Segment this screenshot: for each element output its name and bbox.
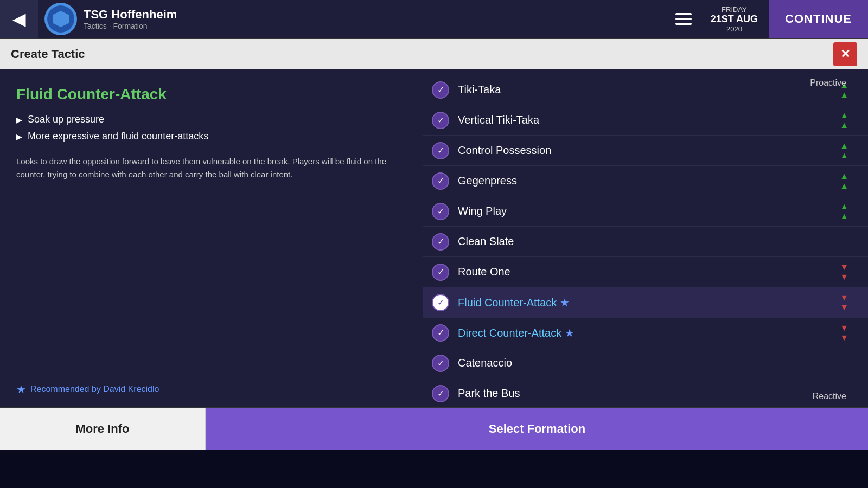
check-mark-icon: ✓: [437, 328, 444, 338]
date-main: 21ST AUG: [711, 14, 758, 25]
arrow-up-icon: ▲▲: [840, 142, 848, 160]
tactic-item-fluid-counter-attack[interactable]: ✓Fluid Counter-Attack★▼▼: [423, 287, 868, 318]
tactic-label-direct-counter-attack: Direct Counter-Attack★: [458, 326, 831, 339]
top-bar: ◀ TSG Hoffenheim Tactics · Formation FRI…: [0, 0, 868, 39]
tactic-label-route-one: Route One: [458, 266, 831, 278]
tactic-item-tiki-taka[interactable]: ✓Tiki-Taka▲▲: [423, 75, 868, 105]
tactic-bullets: ▶ Soak up pressure ▶ More expressive and…: [16, 114, 406, 142]
tactic-check-catenaccio: ✓: [432, 355, 449, 372]
check-mark-icon: ✓: [437, 85, 444, 95]
date-day: FRIDAY: [711, 5, 758, 14]
continue-button[interactable]: CONTINUE: [769, 0, 868, 38]
tactic-check-gegenpress: ✓: [432, 172, 449, 190]
tactic-label-tiki-taka: Tiki-Taka: [458, 84, 831, 96]
bottom-row: More Info Select Formation: [0, 407, 868, 450]
tactic-check-fluid-counter-attack: ✓: [432, 294, 449, 311]
tactic-check-control-possession: ✓: [432, 142, 449, 159]
club-name: TSG Hoffenheim: [84, 8, 667, 22]
modal-container: Create Tactic ✕ Fluid Counter-Attack ▶ S…: [0, 39, 868, 488]
reactive-label: Reactive: [813, 391, 846, 401]
tactic-check-route-one: ✓: [432, 264, 449, 281]
left-panel: Fluid Counter-Attack ▶ Soak up pressure …: [0, 69, 423, 407]
modal-body: Fluid Counter-Attack ▶ Soak up pressure …: [0, 69, 868, 407]
back-button[interactable]: ◀: [0, 0, 38, 38]
hamburger-icon: [675, 13, 692, 25]
arrow-up-icon: ▲▲: [840, 172, 848, 190]
right-panel: Proactive ✓Tiki-Taka▲▲✓Vertical Tiki-Tak…: [423, 69, 868, 407]
date-year: 2020: [711, 25, 758, 33]
tactic-item-gegenpress[interactable]: ✓Gegenpress▲▲: [423, 166, 868, 196]
tactic-description: Looks to draw the opposition forward to …: [16, 155, 406, 181]
tactic-label-clean-slate: Clean Slate: [458, 235, 859, 248]
tactic-check-clean-slate: ✓: [432, 233, 449, 251]
tactic-label-fluid-counter-attack: Fluid Counter-Attack★: [458, 296, 831, 309]
check-mark-icon: ✓: [437, 297, 444, 307]
tactic-star-icon: ★: [560, 297, 570, 309]
more-info-button[interactable]: More Info: [0, 408, 206, 450]
club-name-area: TSG Hoffenheim Tactics · Formation: [84, 8, 667, 30]
check-mark-icon: ✓: [437, 115, 444, 125]
bullet-text-1: Soak up pressure: [28, 114, 104, 125]
star-icon: ★: [16, 383, 26, 396]
check-mark-icon: ✓: [437, 267, 444, 277]
check-mark-icon: ✓: [437, 388, 444, 399]
proactive-label: Proactive: [810, 78, 846, 88]
check-mark-icon: ✓: [437, 358, 444, 368]
tactic-check-vertical-tiki-taka: ✓: [432, 112, 449, 129]
bullet-arrow-icon-2: ▶: [16, 132, 22, 141]
arrow-up-icon: ▲▲: [840, 202, 848, 221]
club-logo: [44, 3, 77, 35]
tactic-item-route-one[interactable]: ✓Route One▼▼: [423, 257, 868, 287]
tactic-list: ✓Tiki-Taka▲▲✓Vertical Tiki-Taka▲▲✓Contro…: [423, 69, 868, 407]
tactic-item-wing-play[interactable]: ✓Wing Play▲▲: [423, 196, 868, 227]
club-subtitle: Tactics · Formation: [84, 22, 667, 30]
tactic-check-park-the-bus: ✓: [432, 385, 449, 402]
arrow-down-icon: ▼▼: [840, 324, 848, 342]
modal-title: Create Tactic: [11, 47, 85, 61]
bullet-item-2: ▶ More expressive and fluid counter-atta…: [16, 131, 406, 142]
bullet-item-1: ▶ Soak up pressure: [16, 114, 406, 125]
tactic-item-vertical-tiki-taka[interactable]: ✓Vertical Tiki-Taka▲▲: [423, 105, 868, 136]
tactic-item-control-possession[interactable]: ✓Control Possession▲▲: [423, 136, 868, 166]
tactic-star-icon: ★: [565, 327, 575, 339]
select-formation-button[interactable]: Select Formation: [206, 408, 868, 450]
tactic-check-tiki-taka: ✓: [432, 81, 449, 99]
arrow-up-icon: ▲▲: [840, 111, 848, 130]
arrow-down-icon: ▼▼: [840, 293, 848, 312]
tactic-item-catenaccio[interactable]: ✓Catenaccio: [423, 348, 868, 378]
tactic-item-direct-counter-attack[interactable]: ✓Direct Counter-Attack★▼▼: [423, 318, 868, 348]
bullet-arrow-icon-1: ▶: [16, 115, 22, 124]
menu-icon-button[interactable]: [667, 3, 700, 35]
check-mark-icon: ✓: [437, 236, 444, 247]
check-mark-icon: ✓: [437, 176, 444, 186]
tactic-label-wing-play: Wing Play: [458, 205, 831, 217]
check-mark-icon: ✓: [437, 206, 444, 216]
arrow-down-icon: ▼▼: [840, 263, 848, 281]
tactic-label-control-possession: Control Possession: [458, 144, 831, 157]
tactic-check-direct-counter-attack: ✓: [432, 324, 449, 342]
recommended-label: ★ Recommended by David Krecidlo: [16, 383, 159, 396]
selected-tactic-name: Fluid Counter-Attack: [16, 86, 406, 103]
bullet-text-2: More expressive and fluid counter-attack…: [28, 131, 208, 142]
tactic-label-catenaccio: Catenaccio: [458, 357, 859, 369]
tactic-label-vertical-tiki-taka: Vertical Tiki-Taka: [458, 114, 831, 126]
tactic-label-gegenpress: Gegenpress: [458, 175, 831, 187]
check-mark-icon: ✓: [437, 145, 444, 156]
back-arrow-icon: ◀: [12, 9, 26, 29]
tactic-check-wing-play: ✓: [432, 203, 449, 220]
recommended-text: Recommended by David Krecidlo: [30, 384, 159, 394]
modal-close-button[interactable]: ✕: [833, 42, 857, 66]
date-display: FRIDAY 21ST AUG 2020: [700, 5, 769, 33]
tactic-item-clean-slate[interactable]: ✓Clean Slate: [423, 227, 868, 257]
tactic-item-park-the-bus[interactable]: ✓Park the Bus: [423, 378, 868, 407]
modal-header: Create Tactic ✕: [0, 39, 868, 69]
tactic-label-park-the-bus: Park the Bus: [458, 387, 859, 400]
